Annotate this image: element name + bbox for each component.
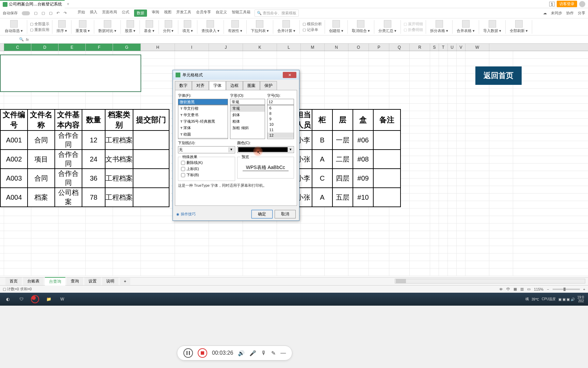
list-item[interactable]: 加粗 倾斜 [230,125,264,131]
table-cell[interactable] [373,131,401,150]
menu-审阅[interactable]: 审阅 [152,10,159,17]
style-list[interactable]: 常规斜体粗体加粗 倾斜 [230,105,265,139]
ribbon-分类汇总[interactable]: 分类汇总 ▾ [376,20,399,33]
table-cell[interactable] [373,150,401,169]
sheet-tab-查询[interactable]: 查询 [67,277,83,285]
menu-会员专享[interactable]: 会员专享 [196,10,211,17]
wps-icon[interactable]: W [56,294,69,304]
sheet-tab-台查询[interactable]: 台查询 [45,277,65,286]
ribbon-small[interactable]: ▢ 模拟分析▢ 记录单 [301,21,323,32]
table-cell[interactable]: #09 [353,169,373,188]
mic-mute-icon[interactable]: 🎙 [261,350,266,356]
page-view-icon[interactable]: ▥ [520,287,524,291]
search-cell-icon[interactable]: 🔍 [19,37,24,42]
minimize-icon[interactable]: — [280,350,286,356]
list-item[interactable]: 11 [267,127,294,133]
table-cell[interactable]: 一层 [332,131,353,150]
table-cell[interactable]: A002 [0,150,28,169]
column-header-U[interactable]: U [448,44,457,51]
autosave-toggle[interactable] [22,11,30,15]
table-cell[interactable]: 36 [82,169,105,188]
menu-页面布局[interactable]: 页面布局 [102,10,117,17]
table-cell[interactable]: 工程档案 [105,188,133,207]
underline-select[interactable]: 无▾ [178,146,235,153]
undo-icon[interactable]: ↶ [56,11,60,15]
strike-checkbox[interactable]: 删除线(K) [181,160,232,165]
ribbon-合并计算[interactable]: 合并计算 ▾ [275,20,298,33]
cancel-button[interactable]: 取消 [275,210,296,218]
sheet-tab-说明[interactable]: 说明 [102,277,118,285]
column-header-[interactable] [0,44,4,51]
column-header-I[interactable]: I [175,44,209,51]
list-item[interactable]: ᴛ 宋体 [178,125,228,131]
sheet-tab-台账表[interactable]: 台账表 [23,277,44,285]
column-header-N[interactable]: N [325,44,348,51]
style-input[interactable] [230,99,265,105]
menu-数据[interactable]: 数据 [134,10,147,17]
sheet-tab-设置[interactable]: 设置 [84,277,101,285]
list-item[interactable]: ᴛ 幼圆 [178,131,228,138]
table-cell[interactable]: 工程档案 [105,169,133,188]
ribbon-重复项[interactable]: 重复项 ▾ [73,20,93,33]
menu-公式[interactable]: 公式 [122,10,129,17]
table-cell[interactable]: 12 [82,131,105,150]
collab-label[interactable]: 协作 [566,11,574,16]
list-item[interactable]: 12 [267,133,294,138]
menu-视图[interactable]: 视图 [164,10,172,17]
list-item[interactable]: 斜体 [230,112,264,118]
table-cell[interactable] [133,131,169,150]
font-list[interactable]: ᴛ 华文行楷ᴛ 华文隶书ᴛ 字魂35号-经典雅黑ᴛ 宋体ᴛ 幼圆ᴛ 微软雅黑 [178,105,228,139]
ribbon-填充[interactable]: 填充 ▾ [180,20,196,33]
return-home-button[interactable]: 返回首页 [475,66,522,85]
superscript-checkbox[interactable]: 上标(E) [181,166,232,171]
add-tab-button[interactable]: + [65,2,71,6]
menu-开发工具[interactable]: 开发工具 [176,10,191,17]
ok-button[interactable]: 确定 [251,210,273,218]
column-header-J[interactable]: J [209,44,243,51]
table-cell[interactable]: 工程档案 [105,131,133,150]
table-cell[interactable]: 合作合同 [55,169,82,188]
add-sheet-button[interactable]: + [120,278,130,285]
start-button[interactable]: ◐ [1,294,14,304]
column-header-S[interactable]: S [430,44,439,51]
zoom-out-button[interactable]: − [547,287,549,291]
column-header-W[interactable]: W [466,44,489,51]
table-cell[interactable]: A004 [0,188,28,207]
subscript-checkbox[interactable]: 下标(B) [181,172,232,178]
table-cell[interactable]: #08 [353,150,373,169]
menu-开始[interactable]: 开始 [78,10,85,17]
menu-插入[interactable]: 插入 [90,10,97,17]
tips-link[interactable]: 操作技巧 [176,212,196,217]
table-cell[interactable]: A003 [0,169,28,188]
print-icon[interactable]: ▢ [42,11,45,15]
explorer-icon[interactable]: 📁 [42,294,55,304]
table-cell[interactable] [373,188,401,207]
ribbon-全部刷新[interactable]: 全部刷新 ▾ [507,20,530,33]
ribbon-有效性[interactable]: 有效性 ▾ [225,20,245,33]
grid-view-icon[interactable]: ▦ [513,287,517,291]
size-input[interactable] [267,99,294,105]
zoom-in-button[interactable]: + [583,287,585,291]
table-cell[interactable]: A [312,188,332,207]
table-cell[interactable] [133,169,169,188]
ribbon-合并表格[interactable]: 合并表格 ▾ [454,20,477,33]
list-item[interactable]: ᴛ 微软雅黑 [178,138,228,139]
list-item[interactable]: 10 [267,122,294,127]
ribbon-导入数据[interactable]: 导入数据 ▾ [480,20,504,33]
table-cell[interactable]: 合作合同 [55,131,82,150]
tray-icons[interactable]: ▣ ▣ ▣ 🔊 [558,297,574,301]
eye-icon[interactable]: 👁 [499,287,503,291]
preview-icon[interactable]: ▢ [49,11,52,15]
table-cell[interactable] [133,188,169,207]
table-cell[interactable]: 五层 [332,188,353,207]
list-item[interactable]: 8 [267,111,294,116]
fx-icon[interactable]: fx [26,37,29,42]
dialog-tab-保护[interactable]: 保护 [260,81,277,90]
column-header-V[interactable]: V [457,44,466,51]
table-cell[interactable]: 档案 [28,188,55,207]
ribbon-下拉列表[interactable]: 下拉列表 ▾ [248,20,272,33]
menu-智能工具箱[interactable]: 智能工具箱 [232,10,250,17]
column-header-H[interactable]: H [141,44,175,51]
save-icon[interactable]: ▢ [34,11,37,15]
ribbon-创建组[interactable]: 创建组 ▾ [326,20,346,33]
